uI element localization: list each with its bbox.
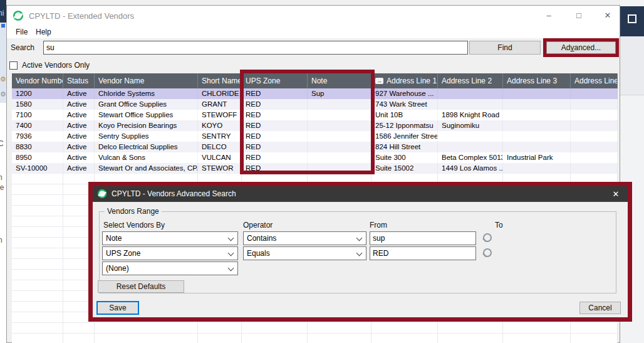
active-vendors-checkbox[interactable]	[9, 61, 18, 70]
table-cell: Suite 300	[371, 152, 438, 163]
table-cell: 1580	[12, 99, 63, 110]
table-cell: Grant Office Supplies	[95, 99, 198, 110]
advanced-label: Ad	[561, 43, 571, 52]
close-button[interactable]: ✕	[597, 8, 618, 23]
find-button[interactable]: Find	[469, 41, 541, 55]
minimize-button[interactable]: –	[538, 8, 559, 23]
chevron-down-icon	[228, 235, 234, 241]
table-cell: 25-12 Ipponmatsu	[371, 120, 438, 131]
advanced-label: anced...	[574, 43, 601, 52]
background-toolbar: ⚙ ⚙	[0, 23, 6, 103]
column-header[interactable]: Address Line 4	[571, 73, 618, 88]
table-cell	[571, 88, 618, 99]
table-cell	[571, 163, 618, 174]
table-cell: Koyo Precision Bearings	[95, 120, 198, 131]
table-cell: 1898 Knight Road	[438, 110, 503, 120]
table-cell: Active	[63, 110, 95, 120]
table-cell: Active	[63, 142, 95, 152]
table-cell: SENTRY	[198, 131, 242, 142]
active-vendors-label: Active Vendors Only	[22, 61, 90, 70]
column-header[interactable]: Status	[63, 73, 95, 88]
table-cell: SV-10000	[12, 163, 63, 174]
table-cell	[503, 142, 571, 152]
table-cell: 1586 Jennifer Street	[371, 131, 438, 142]
table-cell	[503, 99, 571, 110]
chevron-down-icon	[228, 265, 234, 272]
table-cell: DELCO	[198, 142, 242, 152]
background-text-fragment: ni	[0, 9, 4, 18]
table-cell: Beta Complex 5013	[438, 152, 503, 163]
app-logo-icon	[13, 10, 24, 21]
table-cell: GRANT	[198, 99, 242, 110]
table-cell	[438, 88, 503, 99]
select-vendors-by-dropdown[interactable]: Note	[102, 231, 238, 245]
column-header[interactable]: Vendor Number	[12, 73, 63, 88]
title-bar: CPYLTD - Extended Vendors – □ ✕	[7, 6, 620, 26]
table-cell: KOYO	[198, 120, 242, 131]
table-cell	[438, 142, 503, 152]
table-cell	[503, 120, 571, 131]
operator-dropdown[interactable]: Contains	[243, 231, 366, 245]
table-cell: 7400	[12, 120, 63, 131]
table-cell: Active	[63, 120, 95, 131]
table-cell: Stewart Or and Associates, CPA	[95, 163, 198, 174]
select-vendors-by-dropdown[interactable]: (None)	[102, 261, 238, 275]
advanced-button[interactable]: Advanced...	[546, 41, 616, 54]
menu-bar: File Help	[7, 26, 620, 38]
table-cell: Active	[63, 152, 95, 163]
column-header[interactable]: Short Name	[198, 73, 242, 88]
background-panel-header	[620, 6, 644, 36]
select-vendors-by-dropdown[interactable]: UPS Zone	[102, 246, 238, 260]
column-header[interactable]: Address Line 3	[503, 73, 571, 88]
select-vendors-by-label: Select Vendors By	[103, 221, 165, 230]
menu-file[interactable]: File	[12, 26, 31, 38]
table-cell: STEWOR	[198, 163, 242, 174]
dialog-title: CPYLTD - Vendors Advanced Search	[112, 189, 236, 198]
screen: ni ⚙ ⚙ C n le n CPYLTD - Extended Vendor…	[0, 0, 644, 343]
from-value-input[interactable]: sup	[370, 231, 476, 245]
table-cell	[571, 99, 618, 110]
reset-defaults-button[interactable]: Reset Defaults	[98, 280, 184, 293]
cancel-button[interactable]: Cancel	[579, 302, 621, 314]
from-value-input[interactable]: RED	[370, 246, 476, 260]
table-cell: Active	[63, 99, 95, 110]
table-cell	[571, 142, 618, 152]
background-text-fragment: le	[0, 183, 4, 192]
search-input[interactable]: su	[43, 41, 468, 55]
table-cell: Delco Electrical Supplies	[95, 142, 198, 152]
table-cell	[571, 152, 618, 163]
magnifier-lookup-icon[interactable]	[481, 248, 492, 260]
dialog-close-icon[interactable]: ✕	[609, 188, 623, 200]
table-cell	[571, 131, 618, 142]
operator-dropdown[interactable]: Equals	[243, 246, 366, 260]
save-button[interactable]: Save	[96, 301, 139, 315]
chevron-down-icon	[356, 250, 363, 256]
chevron-down-icon	[228, 250, 234, 256]
table-cell: 8830	[12, 142, 63, 152]
table-cell: 8950	[12, 152, 63, 163]
table-cell: Unit 10B	[371, 110, 438, 120]
table-cell	[571, 110, 618, 120]
search-label: Search	[11, 43, 34, 52]
column-header[interactable]: →Address Line 1	[371, 73, 438, 88]
address-enter-icon: →	[375, 78, 383, 84]
table-cell: Suginomiku	[438, 120, 503, 131]
table-cell: 743 Wark Street	[371, 99, 438, 110]
background-panel	[620, 36, 644, 95]
table-cell: 1200	[12, 88, 63, 99]
gear-icon: ⚙	[0, 90, 6, 98]
column-header[interactable]: Address Line 2	[438, 73, 503, 88]
table-cell: CHLORIDE	[198, 88, 242, 99]
column-header[interactable]: Vendor Name	[95, 73, 198, 88]
from-label: From	[370, 221, 387, 230]
table-cell: 7100	[12, 110, 63, 120]
background-titlebar: ni	[0, 0, 6, 23]
grid-line	[63, 174, 63, 343]
table-cell: 824 Hill Street	[371, 142, 438, 152]
table-cell: Active	[63, 88, 95, 99]
magnifier-lookup-icon[interactable]	[481, 233, 492, 245]
maximize-button[interactable]: □	[568, 8, 589, 23]
table-cell: Chloride Systems	[95, 88, 198, 99]
menu-help[interactable]: Help	[32, 26, 55, 38]
table-cell	[503, 163, 571, 174]
